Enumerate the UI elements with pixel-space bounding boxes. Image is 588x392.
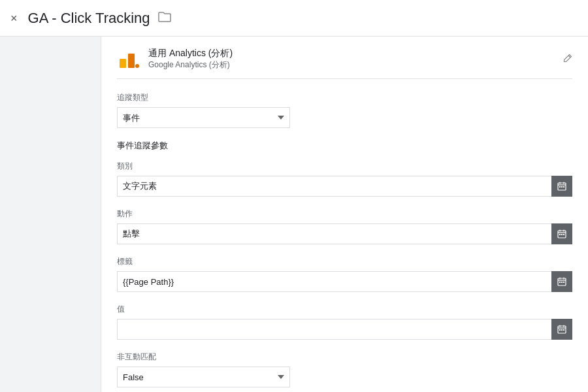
category-group: 類別 bbox=[117, 161, 572, 197]
value-label: 值 bbox=[117, 304, 572, 315]
value-icon-button[interactable] bbox=[551, 319, 572, 340]
svg-point-3 bbox=[135, 64, 139, 68]
tracking-type-select[interactable]: 事件 bbox=[117, 107, 290, 128]
ga-logo bbox=[117, 47, 140, 71]
value-input-row bbox=[117, 319, 572, 340]
edit-icon[interactable] bbox=[563, 54, 572, 65]
tracking-type-group: 追蹤類型 事件 bbox=[117, 92, 572, 128]
action-icon-button[interactable] bbox=[551, 223, 572, 244]
category-label: 類別 bbox=[117, 161, 572, 172]
value-input[interactable] bbox=[117, 319, 551, 340]
category-input-row bbox=[117, 176, 572, 197]
content-area: 通用 Analytics (分析) Google Analytics (分析) … bbox=[101, 37, 588, 392]
close-button[interactable]: × bbox=[10, 12, 18, 24]
action-input-row bbox=[117, 223, 572, 244]
action-label: 動作 bbox=[117, 208, 572, 220]
value-group: 值 bbox=[117, 304, 572, 340]
svg-rect-2 bbox=[128, 54, 135, 68]
svg-rect-19 bbox=[563, 329, 564, 331]
tag-name: 通用 Analytics (分析) bbox=[148, 48, 558, 59]
label-icon-button[interactable] bbox=[551, 271, 572, 292]
non-interactive-label: 非互動匹配 bbox=[117, 351, 572, 363]
tracking-type-label: 追蹤類型 bbox=[117, 92, 572, 103]
tag-header: 通用 Analytics (分析) Google Analytics (分析) bbox=[117, 47, 572, 79]
label-input[interactable] bbox=[117, 271, 551, 292]
header: × GA - Click Tracking bbox=[0, 0, 588, 37]
svg-rect-7 bbox=[563, 186, 564, 188]
action-input[interactable] bbox=[117, 223, 551, 244]
svg-rect-10 bbox=[561, 234, 563, 235]
svg-rect-15 bbox=[563, 282, 564, 283]
non-interactive-select[interactable]: False True bbox=[117, 367, 290, 387]
event-params-title: 事件追蹤參數 bbox=[117, 140, 572, 152]
non-interactive-group: 非互動匹配 False True bbox=[117, 351, 572, 387]
page-title: GA - Click Tracking bbox=[28, 10, 150, 27]
svg-rect-18 bbox=[561, 329, 563, 331]
action-group: 動作 bbox=[117, 208, 572, 244]
tag-info: 通用 Analytics (分析) Google Analytics (分析) bbox=[148, 48, 558, 71]
svg-rect-1 bbox=[120, 59, 126, 68]
svg-rect-14 bbox=[561, 282, 563, 283]
label-field-label: 標籤 bbox=[117, 256, 572, 267]
svg-rect-13 bbox=[559, 282, 561, 283]
svg-rect-11 bbox=[563, 234, 564, 235]
category-input[interactable] bbox=[117, 176, 551, 197]
tag-type: Google Analytics (分析) bbox=[148, 59, 558, 71]
folder-icon[interactable] bbox=[158, 11, 171, 25]
svg-rect-6 bbox=[561, 186, 563, 188]
sidebar bbox=[0, 37, 101, 392]
svg-rect-17 bbox=[559, 329, 561, 331]
main-layout: 通用 Analytics (分析) Google Analytics (分析) … bbox=[0, 37, 588, 392]
category-icon-button[interactable] bbox=[551, 176, 572, 197]
label-input-row bbox=[117, 271, 572, 292]
svg-rect-5 bbox=[559, 186, 561, 188]
label-group: 標籤 bbox=[117, 256, 572, 292]
svg-rect-9 bbox=[559, 234, 561, 235]
